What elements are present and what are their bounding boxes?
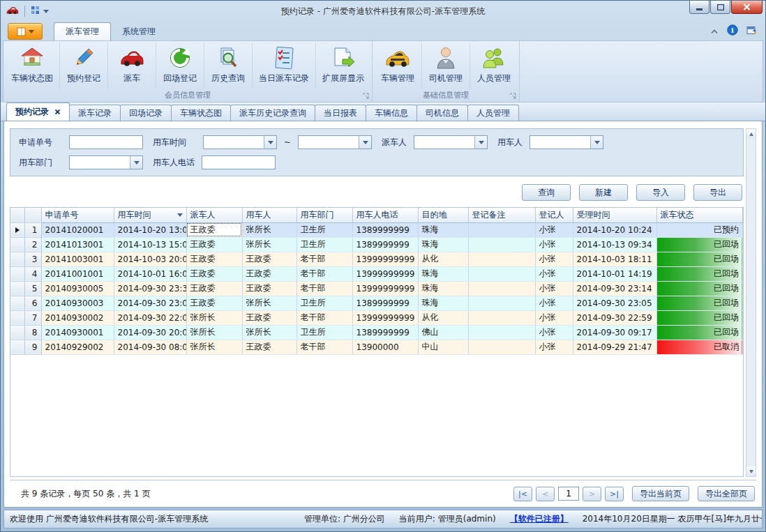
- cell-dispatcher[interactable]: 王政委: [186, 252, 242, 266]
- chevron-down-icon[interactable]: [474, 136, 487, 149]
- cell-dispatcher[interactable]: 王政委: [186, 266, 242, 281]
- cell-use-time[interactable]: 2014-10-13 15:00: [114, 237, 186, 252]
- cell-dispatcher[interactable]: 张所长: [186, 325, 242, 340]
- table-row[interactable]: 4201410010012014-10-01 16:00王政委王政委老干部139…: [10, 266, 743, 281]
- doc-tab-1[interactable]: 预约记录: [6, 102, 70, 121]
- cell-remark[interactable]: [468, 296, 535, 310]
- table-row[interactable]: 9201409290022014-09-30 08:00张所长王政委老干部139…: [10, 340, 743, 354]
- cell-user[interactable]: 张所长: [242, 325, 296, 340]
- cell-dest[interactable]: 佛山: [418, 325, 468, 340]
- cell-user[interactable]: 王政委: [242, 266, 296, 281]
- cell-registrar[interactable]: 小张: [535, 340, 573, 354]
- cell-registrar[interactable]: 小张: [535, 325, 573, 340]
- cell-registrar[interactable]: 小张: [535, 296, 573, 310]
- ribbon-button-person-mgmt[interactable]: 人员管理: [470, 43, 518, 89]
- cell-accept-time[interactable]: 2014-10-01 14:19: [573, 266, 656, 281]
- row-number-cell[interactable]: 5: [24, 281, 41, 296]
- cell-accept-time[interactable]: 2014-09-30 22:59: [573, 310, 656, 325]
- cell-apply-no[interactable]: 20141003001: [41, 252, 114, 266]
- cell-dest[interactable]: 珠海: [418, 222, 468, 237]
- cell-remark[interactable]: [468, 222, 535, 237]
- cell-status[interactable]: 已预约: [656, 222, 743, 237]
- ribbon-button-vehicle-mgmt[interactable]: 车辆管理: [374, 43, 421, 89]
- doc-tab-8[interactable]: 司机信息: [416, 105, 468, 121]
- cell-dest[interactable]: 珠海: [418, 296, 468, 310]
- export-current-page-button[interactable]: 导出当前页: [632, 486, 689, 501]
- help-info-icon[interactable]: i: [727, 24, 738, 38]
- scroll-down-icon[interactable]: [746, 466, 756, 476]
- export-all-pages-button[interactable]: 导出全部页: [698, 486, 755, 501]
- cell-apply-no[interactable]: 20141013001: [41, 237, 114, 252]
- ribbon-button-driver-mgmt[interactable]: 司机管理: [421, 43, 470, 89]
- chevron-down-icon[interactable]: [43, 10, 49, 13]
- cell-apply-no[interactable]: 20141001001: [41, 266, 114, 281]
- cell-dept[interactable]: 卫生所: [296, 222, 352, 237]
- cell-registrar[interactable]: 小张: [535, 281, 573, 296]
- row-number-cell[interactable]: 9: [24, 340, 41, 354]
- row-indicator-cell[interactable]: [10, 340, 24, 354]
- cell-accept-time[interactable]: 2014-09-29 21:47: [573, 340, 656, 354]
- import-button[interactable]: 导入: [636, 184, 685, 201]
- cell-dest[interactable]: 珠海: [418, 281, 468, 296]
- sort-dropdown-icon[interactable]: [177, 213, 183, 217]
- ribbon-tab-dispatch-mgmt[interactable]: 派车管理: [54, 22, 111, 40]
- row-indicator-cell[interactable]: [10, 325, 24, 340]
- cell-phone[interactable]: 13999999999: [352, 266, 418, 281]
- cell-dest[interactable]: 珠海: [418, 237, 468, 252]
- dialog-launcher-icon[interactable]: [510, 93, 516, 99]
- cell-remark[interactable]: [468, 325, 535, 340]
- cell-registrar[interactable]: 小张: [535, 222, 573, 237]
- cell-apply-no[interactable]: 20140930002: [41, 310, 114, 325]
- cell-status[interactable]: 已回场: [656, 281, 743, 296]
- cell-dept[interactable]: 卫生所: [296, 296, 352, 310]
- use-time-from-select[interactable]: [203, 135, 277, 149]
- cell-remark[interactable]: [468, 266, 535, 281]
- cell-use-time[interactable]: 2014-09-30 22:00: [114, 310, 186, 325]
- page-number-input[interactable]: [558, 487, 579, 501]
- cell-user[interactable]: 王政委: [242, 310, 296, 325]
- cell-use-time[interactable]: 2014-10-03 20:00: [114, 252, 186, 266]
- cell-apply-no[interactable]: 20140929002: [41, 340, 114, 354]
- cell-registrar[interactable]: 小张: [535, 266, 573, 281]
- cell-status[interactable]: 已取消: [656, 340, 743, 354]
- table-row[interactable]: 6201409300032014-09-30 23:00王政委张所长卫生所138…: [10, 296, 743, 310]
- cell-dept[interactable]: 老干部: [296, 281, 352, 296]
- dept-select[interactable]: [69, 155, 143, 169]
- cell-phone[interactable]: 1389999999: [352, 325, 418, 340]
- row-number-cell[interactable]: 8: [24, 325, 41, 340]
- chevron-down-icon[interactable]: [590, 136, 603, 149]
- cell-dispatcher[interactable]: 王政委: [186, 281, 242, 296]
- first-page-button[interactable]: |<: [513, 487, 532, 501]
- cell-apply-no[interactable]: 20141020001: [41, 222, 114, 237]
- ribbon-tab-system-mgmt[interactable]: 系统管理: [111, 23, 167, 40]
- row-number-cell[interactable]: 1: [24, 222, 41, 237]
- cell-dept[interactable]: 卫生所: [296, 325, 352, 340]
- cell-status[interactable]: 已回场: [656, 266, 743, 281]
- registered-link[interactable]: 【软件已注册】: [510, 513, 569, 525]
- cell-apply-no[interactable]: 20140930001: [41, 325, 114, 340]
- chevron-down-icon[interactable]: [359, 136, 371, 149]
- row-number-cell[interactable]: 4: [24, 266, 41, 281]
- row-number-cell[interactable]: 2: [24, 237, 41, 252]
- column-header-7[interactable]: 目的地: [418, 208, 468, 222]
- row-indicator-cell[interactable]: [10, 222, 24, 237]
- cell-use-time[interactable]: 2014-09-30 23:30: [114, 281, 186, 296]
- user-select[interactable]: [530, 135, 603, 149]
- cell-use-time[interactable]: 2014-09-30 20:00: [114, 325, 186, 340]
- cell-user[interactable]: 张所长: [242, 222, 296, 237]
- table-row[interactable]: 1201410200012014-10-20 13:00王政委张所长卫生所138…: [10, 222, 743, 237]
- cell-registrar[interactable]: 小张: [535, 237, 573, 252]
- column-header-6[interactable]: 用车人电话: [352, 208, 418, 222]
- row-indicator-cell[interactable]: [10, 266, 24, 281]
- export-button[interactable]: 导出: [693, 184, 742, 201]
- cell-apply-no[interactable]: 20140930003: [41, 296, 114, 310]
- row-number-cell[interactable]: 7: [24, 310, 41, 325]
- cell-registrar[interactable]: 小张: [535, 310, 573, 325]
- doc-tab-5[interactable]: 派车历史记录查询: [230, 105, 315, 121]
- cell-dept[interactable]: 卫生所: [296, 237, 352, 252]
- cell-user[interactable]: 张所长: [242, 237, 296, 252]
- cell-remark[interactable]: [468, 340, 535, 354]
- column-header-5[interactable]: 用车部门: [296, 208, 352, 222]
- cell-use-time[interactable]: 2014-10-01 16:00: [114, 266, 186, 281]
- cell-dispatcher[interactable]: 王政委: [186, 296, 242, 310]
